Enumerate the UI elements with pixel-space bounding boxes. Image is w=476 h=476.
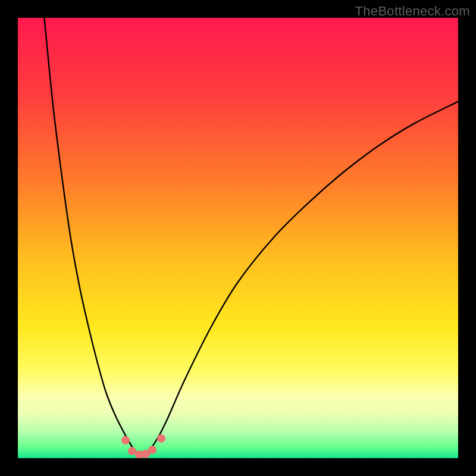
plot-area — [18, 18, 458, 458]
data-marker — [148, 446, 156, 454]
data-marker — [157, 434, 165, 443]
marker-layer — [18, 18, 458, 458]
data-marker — [121, 436, 130, 444]
chart-frame: TheBottleneck.com — [0, 0, 476, 476]
watermark-text: TheBottleneck.com — [355, 4, 470, 19]
